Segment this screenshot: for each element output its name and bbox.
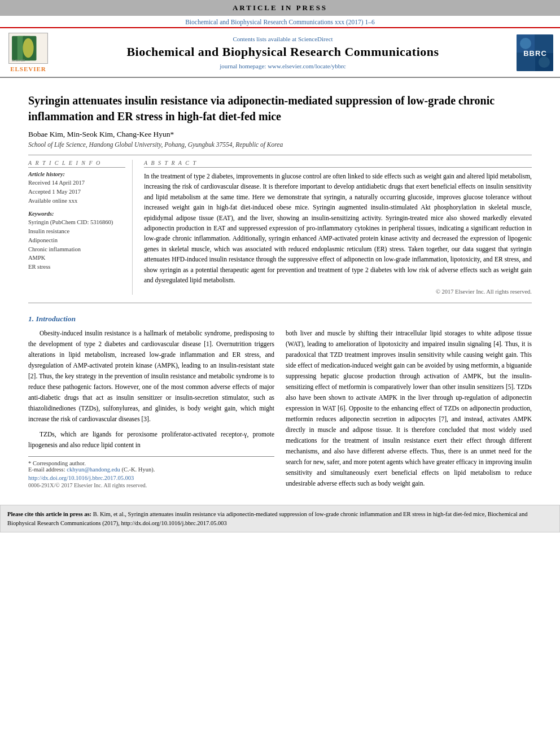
bbrc-logo: BBRC xyxy=(515,33,554,72)
aip-banner-text: ARTICLE IN PRESS xyxy=(233,3,327,12)
article-info-header: A R T I C L E I N F O xyxy=(28,160,125,168)
abstract-col: A B S T R A C T In the treatment of type… xyxy=(144,160,532,295)
intro-right-text: both liver and muscle by shifting their … xyxy=(286,328,532,489)
authors: Bobae Kim, Min-Seok Kim, Chang-Kee Hyun* xyxy=(28,130,532,139)
svg-text:ELSEVIER: ELSEVIER xyxy=(12,59,25,62)
journal-title: Biochemical and Biophysical Research Com… xyxy=(126,45,439,59)
abstract-text: In the treatment of type 2 diabetes, imp… xyxy=(144,171,532,285)
email-line: E-mail address: ckhyun@handong.edu (C.-K… xyxy=(28,466,274,473)
contents-label: Contents lists available at xyxy=(233,36,296,42)
section-number: 1. xyxy=(28,314,34,323)
please-cite-label: Please cite this article in press as: xyxy=(7,511,93,517)
keywords-group: Keywords: Syringin (PubChem CID: 5316860… xyxy=(28,211,125,272)
doi-link[interactable]: http://dx.doi.org/10.1016/j.bbrc.2017.05… xyxy=(28,475,134,481)
history-label: Article history: xyxy=(28,171,125,177)
body-right: both liver and muscle by shifting their … xyxy=(286,328,532,493)
intro-p1: Obesity-induced insulin resistance is a … xyxy=(28,328,274,425)
article-info-col: A R T I C L E I N F O Article history: R… xyxy=(28,160,133,295)
header-area: ELSEVIER ELSEVIER Contents lists availab… xyxy=(0,28,560,78)
introduction-section: 1. Introduction Obesity-induced insulin … xyxy=(28,314,532,493)
body-two-col: Obesity-induced insulin resistance is a … xyxy=(28,328,532,493)
intro-p2: TZDs, which are ligands for peroxisome p… xyxy=(28,429,274,451)
received-date: Received 14 April 2017 xyxy=(28,178,125,187)
authors-text: Bobae Kim, Min-Seok Kim, Chang-Kee Hyun* xyxy=(28,130,174,138)
bbrc-box: BBRC xyxy=(517,34,553,71)
contents-available: Contents lists available at ScienceDirec… xyxy=(233,36,333,42)
svg-point-11 xyxy=(539,56,550,68)
keyword-4: Chronic inflammation xyxy=(28,245,125,254)
abstract-header: A B S T R A C T xyxy=(144,160,532,168)
keyword-3: Adiponectin xyxy=(28,236,125,245)
citation-box: Please cite this article in press as: B.… xyxy=(0,505,560,533)
keyword-5: AMPK xyxy=(28,254,125,263)
email-link[interactable]: ckhyun@handong.edu xyxy=(67,466,120,473)
svg-text:BBRC: BBRC xyxy=(523,49,547,58)
keywords-label: Keywords: xyxy=(28,211,125,217)
history-group: Article history: Received 14 April 2017 … xyxy=(28,171,125,205)
doi-line: http://dx.doi.org/10.1016/j.bbrc.2017.05… xyxy=(28,475,274,481)
keyword-6: ER stress xyxy=(28,263,125,272)
keyword-1: Syringin (PubChem CID: 5316860) xyxy=(28,218,125,227)
article-title: Syringin attenuates insulin resistance v… xyxy=(28,93,532,124)
main-content: Syringin attenuates insulin resistance v… xyxy=(0,78,560,499)
issn-line: 0006-291X/© 2017 Elsevier Inc. All right… xyxy=(28,482,274,488)
homepage-label: journal homepage: xyxy=(220,63,266,69)
email-suffix: (C.-K. Hyun). xyxy=(121,466,155,473)
accepted-date: Accepted 1 May 2017 xyxy=(28,187,125,196)
elsevier-logo-image: ELSEVIER xyxy=(8,33,48,64)
corresponding-author: * Corresponding author. xyxy=(28,460,274,466)
article-info-abstract: A R T I C L E I N F O Article history: R… xyxy=(28,160,532,295)
section-label: Introduction xyxy=(36,314,76,323)
email-label: E-mail address: xyxy=(28,466,65,473)
journal-homepage: journal homepage: www.elsevier.com/locat… xyxy=(220,63,346,69)
page-wrapper: ARTICLE IN PRESS Biochemical and Biophys… xyxy=(0,0,560,747)
journal-line: Biochemical and Biophysical Research Com… xyxy=(0,16,560,28)
svg-point-10 xyxy=(520,38,531,49)
homepage-url[interactable]: www.elsevier.com/locate/ybbrc xyxy=(268,63,346,69)
footnote-area: * Corresponding author. E-mail address: … xyxy=(28,456,274,488)
affiliation: School of Life Science, Handong Global U… xyxy=(28,141,532,148)
copyright: © 2017 Elsevier Inc. All rights reserved… xyxy=(144,289,532,295)
intro-left-text: Obesity-induced insulin resistance is a … xyxy=(28,328,274,451)
svg-point-4 xyxy=(23,38,33,58)
journal-line-text: Biochemical and Biophysical Research Com… xyxy=(185,19,375,25)
keyword-2: Insulin resistance xyxy=(28,227,125,236)
intro-right-p1: both liver and muscle by shifting their … xyxy=(286,328,532,489)
divider-2 xyxy=(28,303,532,303)
science-direct-link[interactable]: ScienceDirect xyxy=(298,36,333,42)
header-center: Contents lists available at ScienceDirec… xyxy=(55,33,510,72)
body-left: Obesity-induced insulin resistance is a … xyxy=(28,328,274,493)
section-title-intro: 1. Introduction xyxy=(28,314,532,324)
elsevier-label: ELSEVIER xyxy=(10,65,46,72)
aip-banner: ARTICLE IN PRESS xyxy=(0,0,560,16)
elsevier-logo: ELSEVIER ELSEVIER xyxy=(6,33,51,72)
divider-1 xyxy=(28,155,532,155)
available-date: Available online xxx xyxy=(28,196,125,206)
